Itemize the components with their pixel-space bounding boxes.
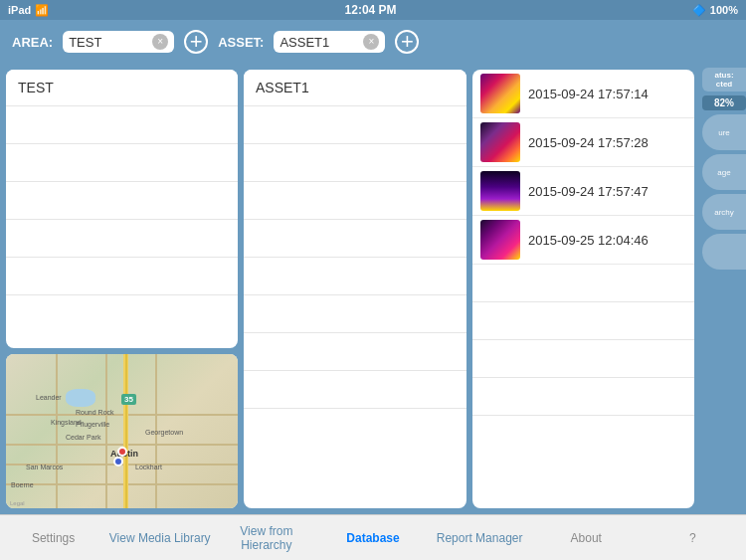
action-button-4[interactable] (702, 234, 746, 270)
status-label: atus: (707, 71, 741, 80)
wifi-icon: 📶 (35, 4, 49, 17)
tab-view-media-library[interactable]: View Media Library (106, 515, 213, 560)
thumbnail (480, 122, 520, 162)
status-bar-right: 🔷 100% (692, 4, 738, 17)
area-add-button[interactable]: + (184, 30, 208, 54)
list-item[interactable] (6, 220, 238, 258)
thumbnail (480, 74, 520, 113)
list-item[interactable] (244, 333, 466, 371)
status-bar-left: iPad 📶 (8, 4, 49, 17)
action-button-1[interactable]: ure (702, 114, 746, 150)
list-item[interactable]: TEST (6, 70, 238, 106)
tab-about-label: About (571, 531, 602, 545)
list-item[interactable] (244, 106, 466, 144)
tab-bar: Settings View Media Library View from Hi… (0, 514, 746, 560)
main-content: TEST (0, 64, 746, 514)
area-clear-button[interactable]: × (152, 34, 168, 50)
device-label: iPad (8, 4, 31, 16)
tab-view-media-label: View Media Library (109, 531, 211, 545)
tab-about[interactable]: About (533, 515, 640, 560)
list-item[interactable] (244, 371, 466, 409)
asset-clear-button[interactable]: × (363, 34, 379, 50)
asset-list[interactable]: ASSET1 (244, 70, 466, 508)
thermal-image (480, 122, 520, 162)
list-item[interactable] (472, 340, 694, 378)
action-button-2[interactable]: age (702, 154, 746, 190)
area-input-wrap[interactable]: × (63, 31, 174, 53)
list-item[interactable] (6, 144, 238, 182)
thumbnail (480, 220, 520, 260)
tab-database-label: Database (346, 531, 399, 545)
media-item[interactable]: 2015-09-25 12:04:46 (472, 216, 694, 265)
tab-settings-label: Settings (32, 531, 75, 545)
clock: 12:04 PM (345, 3, 397, 17)
media-item[interactable]: 2015-09-24 17:57:47 (472, 167, 694, 216)
asset-input[interactable] (280, 35, 359, 50)
asset-panel: ASSET1 (244, 64, 472, 514)
area-panel: TEST (0, 64, 244, 514)
tab-report-manager[interactable]: Report Manager (427, 515, 533, 560)
area-list[interactable]: TEST (6, 70, 238, 348)
map-view: Austin Round Rock Leander Cedar Park San… (6, 354, 238, 508)
list-item[interactable]: ASSET1 (244, 70, 466, 106)
list-item[interactable] (244, 144, 466, 182)
asset-input-wrap[interactable]: × (274, 31, 385, 53)
timestamp: 2015-09-24 17:57:28 (528, 135, 649, 150)
list-item[interactable] (244, 182, 466, 220)
tab-settings[interactable]: Settings (0, 515, 106, 560)
list-item[interactable] (6, 182, 238, 220)
media-item[interactable]: 2015-09-24 17:57:14 (472, 70, 694, 118)
thermal-image (480, 74, 520, 113)
thermal-image (480, 220, 520, 260)
status-box: atus: cted (702, 68, 746, 92)
area-label: AREA: (12, 35, 53, 50)
status-bar: iPad 📶 12:04 PM 🔷 100% (0, 0, 746, 20)
list-item[interactable] (244, 258, 466, 295)
list-item[interactable] (244, 220, 466, 258)
timestamp: 2015-09-25 12:04:46 (528, 233, 649, 248)
bluetooth-icon: 🔷 (692, 4, 706, 17)
side-panel: atus: cted 82% ure age archy (700, 64, 746, 514)
list-item[interactable] (244, 295, 466, 333)
asset-add-button[interactable]: + (395, 30, 419, 54)
list-item[interactable] (472, 302, 694, 340)
list-item[interactable] (472, 265, 694, 302)
tab-view-hierarchy-label: View from Hierarchy (213, 524, 319, 552)
list-item[interactable] (6, 258, 238, 295)
area-input[interactable] (69, 35, 148, 50)
timestamp: 2015-09-24 17:57:47 (528, 184, 649, 199)
list-item[interactable] (472, 378, 694, 416)
thumbnail (480, 171, 520, 211)
connected-label: cted (707, 80, 741, 89)
media-list[interactable]: 2015-09-24 17:57:14 2015-09-24 17:57:28 … (472, 70, 694, 508)
thermal-image (480, 171, 520, 211)
tab-report-manager-label: Report Manager (437, 531, 523, 545)
tab-database[interactable]: Database (319, 515, 426, 560)
map-panel[interactable]: Austin Round Rock Leander Cedar Park San… (6, 354, 238, 508)
media-panel: 2015-09-24 17:57:14 2015-09-24 17:57:28 … (472, 64, 700, 514)
percentage-badge: 82% (702, 95, 746, 110)
tab-help[interactable]: ? (640, 515, 746, 560)
tab-help-label: ? (689, 531, 696, 545)
tab-view-hierarchy[interactable]: View from Hierarchy (213, 515, 319, 560)
asset-label: ASSET: (218, 35, 264, 50)
media-item[interactable]: 2015-09-24 17:57:28 (472, 118, 694, 167)
battery-label: 100% (710, 4, 738, 16)
action-button-3[interactable]: archy (702, 194, 746, 230)
timestamp: 2015-09-24 17:57:14 (528, 87, 649, 101)
toolbar: AREA: × + ASSET: × + (0, 20, 746, 64)
list-item[interactable] (6, 106, 238, 144)
